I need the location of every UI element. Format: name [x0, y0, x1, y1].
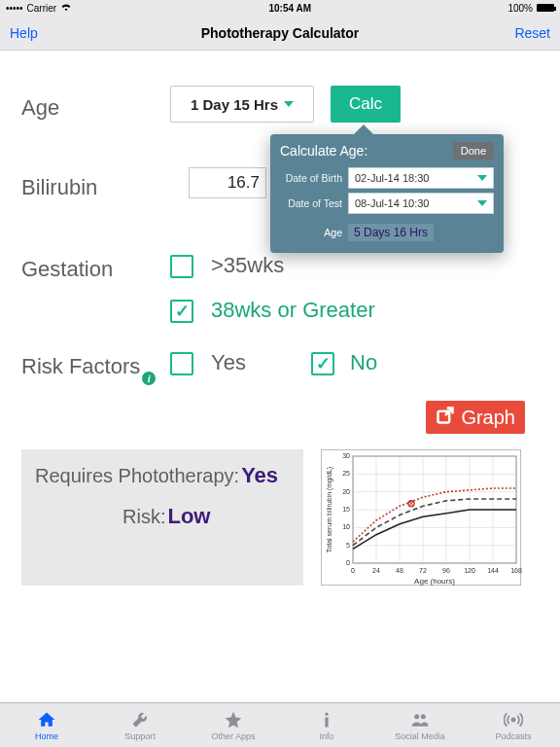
svg-text:10: 10	[342, 523, 350, 530]
battery-icon	[537, 4, 554, 12]
dob-label: Date of Birth	[280, 172, 348, 184]
chevron-down-icon	[284, 101, 294, 107]
home-icon	[37, 710, 56, 729]
clock: 10:54 AM	[72, 3, 508, 14]
tab-other-apps[interactable]: Other Apps	[187, 703, 280, 747]
wifi-icon	[60, 2, 72, 14]
bilirubin-input[interactable]	[189, 167, 266, 198]
svg-text:Total serum bilirubin (mg/dL): Total serum bilirubin (mg/dL)	[326, 467, 333, 552]
age-value: 1 Day 15 Hrs	[191, 96, 278, 113]
external-link-icon	[436, 406, 455, 430]
dob-picker[interactable]: 02-Jul-14 18:30	[348, 167, 494, 189]
tab-bar: Home Support Other Apps Info Social Medi…	[0, 702, 560, 747]
chevron-down-icon	[477, 175, 487, 181]
svg-rect-34	[325, 717, 328, 727]
dot-label: Date of Test	[280, 197, 348, 209]
popover-age-label: Age	[280, 227, 348, 238]
chevron-down-icon	[477, 200, 487, 206]
people-icon	[410, 710, 430, 729]
gestation-35-checkbox[interactable]	[170, 255, 193, 278]
navbar: Help Phototherapy Calculator Reset	[0, 16, 560, 51]
help-button[interactable]: Help	[10, 25, 38, 41]
signal-icon: •••••	[6, 3, 23, 14]
tab-social[interactable]: Social Media	[373, 703, 467, 747]
popover-title: Calculate Age:	[280, 143, 368, 159]
risk-factors-label: Risk Factorsi	[21, 354, 156, 379]
graph-button[interactable]: Graph	[426, 401, 525, 434]
svg-text:0: 0	[346, 559, 350, 566]
carrier-name: Carrier	[27, 3, 57, 14]
chart-thumbnail[interactable]: 024487296120144168051015202530Age (hours…	[321, 449, 521, 586]
calc-button[interactable]: Calc	[331, 86, 401, 123]
svg-text:15: 15	[342, 506, 350, 513]
svg-text:96: 96	[442, 567, 450, 574]
risk-value: Low	[167, 504, 210, 529]
svg-text:20: 20	[342, 488, 350, 495]
reset-button[interactable]: Reset	[514, 25, 550, 41]
popover-age-value: 5 Days 16 Hrs	[348, 224, 434, 241]
tab-home[interactable]: Home	[0, 703, 93, 747]
popover-done-button[interactable]: Done	[453, 142, 494, 160]
tab-support[interactable]: Support	[93, 703, 187, 747]
requires-value: Yes	[241, 463, 278, 488]
gestation-38-label: 38wks or Greater	[211, 298, 375, 323]
graph-button-label: Graph	[461, 407, 515, 429]
risk-yes-checkbox[interactable]	[170, 352, 193, 375]
age-select[interactable]: 1 Day 15 Hrs	[170, 86, 314, 123]
gestation-label: Gestation	[21, 257, 113, 282]
age-label: Age	[21, 95, 59, 121]
podcast-icon	[504, 710, 523, 729]
risk-no-checkbox[interactable]: ✓	[311, 352, 334, 375]
svg-text:120: 120	[464, 567, 475, 574]
risk-yes-label: Yes	[211, 350, 246, 375]
calculate-age-popover: Calculate Age: Done Date of Birth 02-Jul…	[270, 134, 504, 253]
bilirubin-label: Bilirubin	[21, 175, 97, 200]
svg-text:5: 5	[346, 542, 350, 549]
risk-no-label: No	[350, 350, 377, 375]
main-content: Age 1 Day 15 Hrs Calc Bilirubin mg Gesta…	[0, 51, 560, 702]
svg-text:48: 48	[396, 567, 403, 574]
wrench-icon	[130, 710, 150, 729]
info-icon	[317, 710, 336, 729]
info-icon[interactable]: i	[142, 372, 156, 385]
svg-text:Age (hours): Age (hours)	[414, 577, 455, 586]
result-panel: Requires Phototherapy:Yes Risk:Low	[21, 449, 303, 586]
svg-text:24: 24	[372, 567, 380, 574]
battery-percent: 100%	[508, 3, 533, 14]
page-title: Phototherapy Calculator	[0, 25, 560, 41]
svg-point-35	[414, 714, 419, 719]
svg-text:0: 0	[351, 567, 355, 574]
star-icon	[224, 710, 243, 729]
tab-info[interactable]: Info	[280, 703, 373, 747]
svg-text:168: 168	[510, 567, 522, 574]
gestation-35-label: >35wks	[211, 253, 284, 278]
svg-text:144: 144	[487, 567, 499, 574]
svg-point-33	[325, 712, 328, 715]
dot-picker[interactable]: 08-Jul-14 10:30	[348, 193, 494, 214]
svg-text:30: 30	[342, 452, 350, 459]
svg-point-36	[421, 714, 426, 719]
gestation-38-checkbox[interactable]: ✓	[170, 300, 193, 323]
svg-text:25: 25	[342, 470, 350, 477]
status-bar: ••••• Carrier 10:54 AM 100%	[0, 0, 560, 16]
svg-text:72: 72	[419, 567, 427, 574]
svg-point-37	[511, 718, 514, 721]
tab-podcasts[interactable]: Podcasts	[467, 703, 560, 747]
